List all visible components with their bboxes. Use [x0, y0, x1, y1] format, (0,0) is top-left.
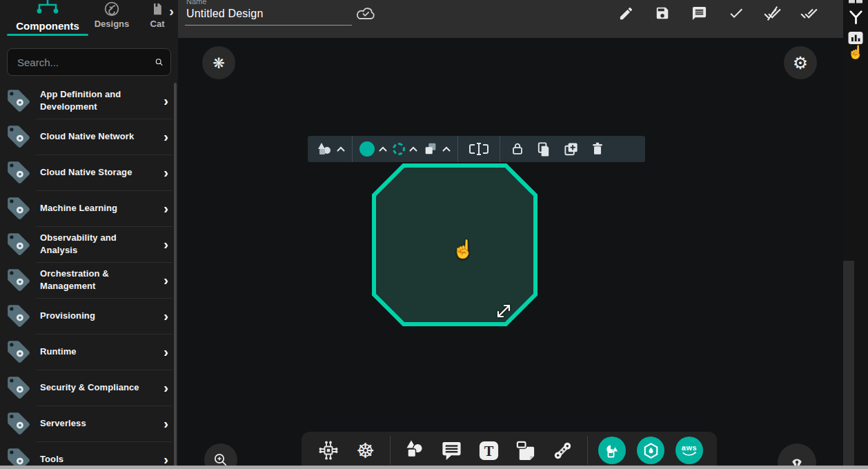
category-tag-icon	[6, 375, 32, 401]
category-label: Observability and Analysis	[40, 232, 155, 257]
category-label: Cloud Native Storage	[40, 166, 155, 179]
chevron-right-icon: ›	[164, 417, 170, 430]
merge-y-icon[interactable]	[843, 9, 868, 26]
category-label: Cloud Native Network	[40, 130, 155, 143]
link-icon	[551, 439, 574, 462]
fill-color-button[interactable]	[359, 141, 387, 157]
copy-button[interactable]	[533, 141, 555, 157]
undeploy-crossed-check-icon[interactable]	[764, 4, 782, 22]
duplicate-add-button[interactable]	[560, 141, 582, 157]
chevron-right-icon: ›	[164, 237, 170, 251]
chevron-up-icon	[379, 146, 387, 152]
active-tab-underline	[7, 34, 88, 36]
stroke-style-button[interactable]	[393, 143, 417, 155]
link-tool[interactable]	[550, 437, 576, 464]
circuit-icon	[317, 439, 340, 462]
name-field-label: Name	[186, 0, 206, 6]
shapes-tool[interactable]	[401, 437, 427, 464]
sidebar-category-item[interactable]: Tools ›	[0, 441, 178, 469]
rename-label-button[interactable]	[465, 142, 493, 156]
shapes-library-button[interactable]	[598, 437, 626, 464]
components-graph-tool[interactable]	[315, 437, 342, 464]
chevron-up-icon	[409, 146, 417, 152]
shape-picker-button[interactable]	[316, 142, 345, 156]
bottom-dock: ☸ T	[302, 432, 717, 469]
note-tool[interactable]	[513, 437, 539, 464]
sidebar-category-item[interactable]: Serverless ›	[0, 406, 178, 441]
fill-color-swatch	[359, 141, 375, 157]
delete-button[interactable]	[587, 141, 608, 157]
sidebar-category-item[interactable]: Provisioning ›	[0, 298, 178, 334]
layers-button[interactable]	[423, 141, 451, 157]
sidebar-category-item[interactable]: Security & Compliance ›	[0, 370, 178, 406]
shapes-icon	[316, 142, 333, 156]
tab-catalog[interactable]: Cat	[142, 0, 172, 34]
sidebar-category-item[interactable]: Cloud Native Storage ›	[0, 154, 178, 190]
text-tool[interactable]: T	[475, 437, 502, 464]
toolbar-divider	[352, 136, 353, 162]
tab-catalog-label: Cat	[142, 19, 172, 29]
design-name-input[interactable]	[185, 6, 352, 26]
tabs-scroll-chevron-icon[interactable]: ›	[169, 4, 174, 18]
chart-panel-icon[interactable]	[843, 30, 868, 46]
sidebar-category-item[interactable]: Observability and Analysis ›	[0, 226, 178, 262]
tab-designs-label: Designs	[91, 19, 132, 29]
svg-text:T: T	[484, 443, 493, 458]
edit-pencil-icon[interactable]	[617, 4, 635, 22]
rename-ibeam-icon	[468, 142, 490, 156]
save-icon[interactable]	[653, 4, 671, 22]
right-rail: ☝	[843, 0, 868, 469]
validate-check-icon[interactable]	[727, 4, 745, 22]
cloud-saved-icon	[355, 6, 377, 22]
category-label: App Definition and Development	[40, 88, 155, 113]
search-box	[7, 48, 171, 76]
category-label: Runtime	[40, 346, 155, 358]
canvas-settings-button[interactable]: ⚙	[784, 46, 817, 79]
aws-smile-icon	[682, 452, 697, 457]
search-input[interactable]	[17, 57, 155, 68]
aws-library-button[interactable]: aws	[675, 437, 703, 464]
sidebar-category-item[interactable]: Cloud Native Network ›	[0, 119, 178, 154]
resize-handle-arrow-icon[interactable]	[495, 302, 513, 320]
chevron-right-icon: ›	[164, 452, 170, 466]
sidebar-category-item[interactable]: App Definition and Development ›	[0, 83, 178, 119]
sticky-note-icon	[514, 439, 537, 462]
stroke-dashed-swatch	[393, 143, 405, 155]
deploy-double-check-icon[interactable]	[800, 4, 818, 22]
kubernetes-tool[interactable]: ☸	[353, 437, 379, 464]
design-canvas-screen: Components Designs Cat ›	[0, 0, 868, 469]
hexagon-logo-icon	[642, 442, 660, 459]
horizontal-scrollbar[interactable]	[0, 466, 868, 469]
clipped-panel-icon[interactable]	[843, 0, 868, 4]
category-tag-icon	[6, 159, 32, 186]
sidebar-category-item[interactable]: Orchestration & Management ›	[0, 262, 178, 298]
layers-icon	[423, 141, 438, 157]
category-tag-icon	[6, 88, 32, 114]
comment-tool[interactable]	[438, 437, 464, 464]
sidebar-category-item[interactable]: Machine Learning ›	[0, 190, 178, 226]
lock-button[interactable]	[507, 141, 528, 157]
add-layer-icon	[563, 141, 579, 157]
chevron-up-icon	[337, 146, 345, 152]
catalog-icon	[150, 1, 164, 17]
tab-designs[interactable]: Designs	[91, 0, 132, 34]
chevron-up-icon	[442, 146, 451, 152]
components-icon	[34, 0, 61, 16]
tab-components-label: Components	[6, 20, 90, 32]
rail-scrollbar-thumb[interactable]	[843, 261, 854, 469]
shape-context-toolbar	[308, 136, 645, 162]
designs-icon	[103, 0, 121, 18]
shapes-library-icon	[604, 442, 620, 459]
topbar: Name	[178, 0, 843, 38]
touch-interact-icon[interactable]: ☝	[843, 44, 868, 60]
hexagon-library-button[interactable]	[637, 437, 664, 464]
chevron-right-icon: ›	[164, 94, 170, 108]
comment-icon[interactable]	[690, 4, 708, 22]
sidebar-scrollbar[interactable]	[174, 83, 177, 469]
sidebar-category-item[interactable]: Runtime ›	[0, 334, 178, 370]
flower-widgets-button[interactable]: ❋	[202, 46, 235, 79]
tab-components[interactable]: Components	[6, 0, 90, 38]
canvas[interactable]: ❋ ⚙	[178, 38, 843, 469]
gear-icon: ⚙	[793, 54, 808, 72]
category-list: App Definition and Development › Cloud N…	[0, 83, 178, 469]
